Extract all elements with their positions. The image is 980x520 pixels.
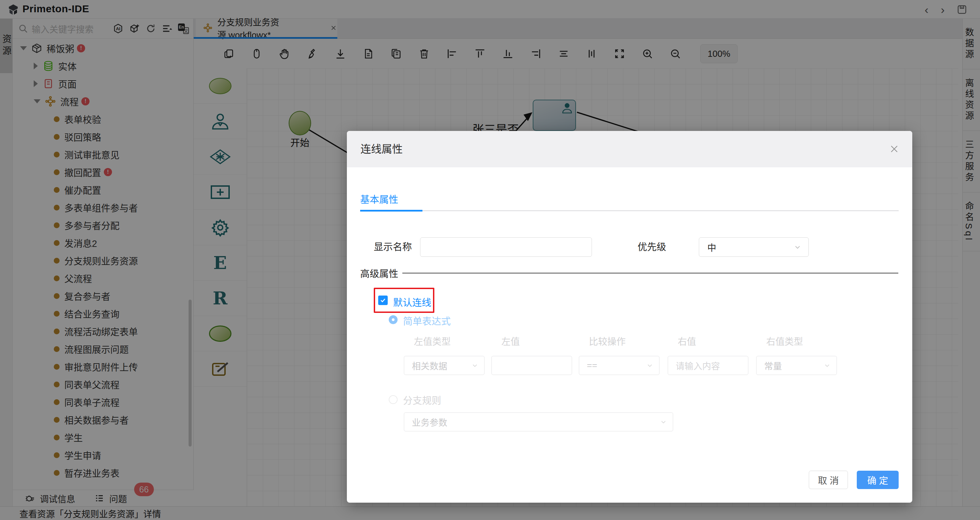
active-tab-underline [360,210,422,212]
chevron-down-icon [471,362,479,369]
left-type-select[interactable]: 相关数据 [404,356,485,375]
simple-expression-radio[interactable] [389,315,398,324]
dialog-close-icon[interactable] [889,144,899,154]
right-type-column-label: 右值类型 [766,334,803,347]
left-value-column-label: 左值 [501,334,520,347]
right-type-select[interactable]: 常量 [756,356,837,375]
highlight-annotation-box [374,288,434,313]
tab-divider-line [422,210,899,211]
right-value-input[interactable]: 请输入内容 [668,356,749,375]
priority-select[interactable]: 中 [699,238,809,257]
confirm-button[interactable]: 确 定 [857,471,899,489]
operator-select[interactable]: == [579,356,660,375]
dialog-title: 连线属性 [361,131,402,167]
left-type-column-label: 左值类型 [414,334,451,347]
primeton-ide-window: Primeton-IDE ‹ › 资源 输入关键字搜索 AI [0,0,980,520]
right-value-column-label: 右值 [678,334,696,347]
operator-column-label: 比较操作 [589,334,626,347]
connection-properties-dialog: 连线属性 基本属性 显示名称 优先级 中 高级属性 默认连线 简单表达式 左值类… [347,131,912,503]
simple-expression-label: 简单表达式 [403,314,451,328]
branch-rule-label: 分支规则 [403,393,441,407]
display-name-label: 显示名称 [374,238,412,257]
chevron-down-icon [660,418,667,426]
left-value-input[interactable] [491,356,572,375]
chevron-down-icon [646,362,654,369]
priority-label: 优先级 [638,238,666,257]
chevron-down-icon [823,362,831,369]
display-name-input[interactable] [420,238,592,257]
section-divider [402,273,898,273]
dialog-header: 连线属性 [347,131,912,167]
tab-basic-properties[interactable]: 基本属性 [360,192,398,206]
cancel-button[interactable]: 取 消 [809,471,848,489]
branch-rule-radio[interactable] [389,395,398,404]
branch-param-select[interactable]: 业务参数 [404,412,673,431]
advanced-section-label: 高级属性 [360,266,398,280]
chevron-down-icon [794,243,802,251]
